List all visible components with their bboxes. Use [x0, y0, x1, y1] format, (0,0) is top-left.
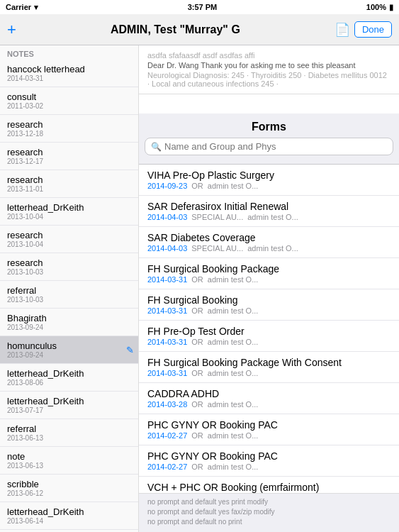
forms-header: Forms 🔍: [139, 113, 399, 165]
form-name: SAR Diabetes Coverage: [147, 232, 390, 243]
note-preview-line1: asdfa sfafaasdf asdf asdfas affi: [147, 51, 390, 60]
sidebar-item-title: letterhead_DrKeith: [7, 396, 131, 406]
sidebar-item-date: 2013-06-13: [7, 462, 131, 470]
form-tag: SPECIAL AU...: [191, 213, 243, 221]
sidebar-item-title: referral: [7, 423, 131, 434]
sidebar-item[interactable]: research 2013-12-17: [0, 143, 138, 170]
wifi-icon: ▾: [34, 3, 38, 12]
form-list-item[interactable]: SAR Diabetes Coverage 2014-04-03 SPECIAL…: [139, 227, 399, 258]
sidebar-item-date: 2013-09-24: [7, 351, 131, 359]
sidebar-item-title: hancock letterhead: [7, 64, 131, 74]
form-date: 2014-09-23: [147, 182, 187, 190]
note-preview-line2: Dear Dr. Wang Thank you for asking me to…: [147, 61, 390, 70]
form-date: 2014-03-31: [147, 338, 187, 346]
form-meta: 2014-03-31 OR admin test O...: [147, 338, 390, 346]
sidebar-item[interactable]: letterhead_DrKeith 2013-06-14: [0, 502, 138, 530]
sidebar-item-title: letterhead_DrKeith: [7, 368, 131, 379]
form-list-item[interactable]: PHC GYNY OR Booking PAC 2014-02-27 OR ad…: [139, 445, 399, 477]
sidebar-item-date: 2013-10-04: [7, 213, 131, 221]
sidebar-item-date: 2013-08-06: [7, 379, 131, 387]
form-admin: admin test O...: [208, 338, 259, 346]
form-tag: SPECIAL AU...: [191, 244, 243, 253]
form-meta: 2014-03-28 OR admin test O...: [147, 400, 390, 409]
carrier-label: Carrier: [6, 3, 31, 11]
sidebar-item[interactable]: scribble 2013-06-12: [0, 475, 138, 502]
sidebar-item-title: letterhead_DrKeith: [7, 506, 131, 517]
form-name: SAR Deferasirox Initial Renewal: [147, 201, 390, 212]
sidebar-item[interactable]: note 2013-06-13: [0, 447, 138, 475]
sidebar-item[interactable]: Bhagirath 2013-09-24: [0, 309, 138, 336]
form-date: 2014-04-03: [147, 244, 187, 253]
sidebar-item-date: 2013-10-04: [7, 240, 131, 248]
sidebar-item[interactable]: research 2013-12-18: [0, 115, 138, 143]
sidebar-item[interactable]: research 2013-10-03: [0, 253, 138, 281]
form-date: 2014-02-27: [147, 431, 187, 440]
sidebar-item[interactable]: research 2013-10-04: [0, 226, 138, 253]
bottom-info-line3: no prompt and default no print: [147, 518, 390, 526]
sidebar-item-title: homunculus: [7, 340, 131, 351]
sidebar-item[interactable]: letterhead_DrKeith 2013-07-17: [0, 392, 138, 419]
sidebar-item-title: consult: [7, 92, 131, 102]
form-list-item[interactable]: SAR Deferasirox Initial Renewal 2014-04-…: [139, 196, 399, 227]
search-bar-container: 🔍: [139, 138, 399, 160]
bottom-info-line2: no prompt and default yes fax/zip modify: [147, 508, 390, 516]
sidebar-item[interactable]: referral 2013-06-13: [0, 419, 138, 447]
form-list-item[interactable]: VCH + PHC OR Booking (emrfairmont) 2014-…: [139, 477, 399, 493]
form-date: 2014-03-31: [147, 369, 187, 377]
nav-bar: + ADMIN, Test "Murray" G 📄 Done: [0, 14, 399, 45]
sidebar-item[interactable]: letterhead_DrKeith 2013-10-04: [0, 198, 138, 226]
form-list-item[interactable]: CADDRA ADHD 2014-03-28 OR admin test O..…: [139, 383, 399, 414]
form-tag: OR: [191, 369, 203, 377]
sidebar-item-date: 2013-12-18: [7, 130, 131, 138]
form-admin: admin test O...: [247, 244, 298, 253]
bottom-info-line1: no prompt and default yes print modify: [147, 498, 390, 506]
done-button[interactable]: Done: [354, 21, 392, 38]
form-name: FH Surgical Booking: [147, 294, 390, 306]
form-tag: OR: [191, 462, 203, 471]
form-name: VCH + PHC OR Booking (emrfairmont): [147, 482, 390, 493]
sidebar-item-title: research: [7, 230, 131, 240]
bottom-info: no prompt and default yes print modify n…: [139, 493, 399, 532]
form-name: CADDRA ADHD: [147, 388, 390, 399]
page-title: ADMIN, Test "Murray" G: [111, 23, 240, 36]
form-list-item[interactable]: FH Pre-Op Test Order 2014-03-31 OR admin…: [139, 321, 399, 352]
sidebar-item-date: 2013-10-03: [7, 296, 131, 304]
sidebar-item-date: 2013-06-12: [7, 489, 131, 497]
form-list-item[interactable]: FH Surgical Booking 2014-03-31 OR admin …: [139, 289, 399, 321]
form-name: FH Surgical Booking Package: [147, 263, 390, 275]
note-preview-line3: Neurological Diagnosis: 245 · Thyroiditi…: [147, 71, 390, 88]
form-admin: admin test O...: [208, 462, 259, 471]
search-input[interactable]: [164, 141, 387, 152]
sidebar-item-title: Bhagirath: [7, 313, 131, 323]
form-admin: admin test O...: [247, 213, 298, 221]
sidebar-item-title: research: [7, 147, 131, 157]
edit-icon: ✎: [126, 345, 134, 355]
add-button[interactable]: +: [7, 22, 16, 38]
sidebar-item[interactable]: referral 2013-10-03: [0, 281, 138, 309]
form-admin: admin test O...: [208, 431, 259, 440]
sidebar-item[interactable]: hancock letterhead 2014-03-31: [0, 60, 138, 87]
form-meta: 2014-04-03 SPECIAL AU... admin test O...: [147, 213, 390, 221]
sidebar-item-title: research: [7, 174, 131, 185]
form-list-item[interactable]: PHC GYNY OR Booking PAC 2014-02-27 OR ad…: [139, 414, 399, 445]
form-tag: OR: [191, 338, 203, 346]
forms-modal: Forms 🔍 VIHA Pre-Op Plastic Surgery 2014…: [139, 113, 399, 532]
nav-right-buttons: 📄 Done: [335, 21, 392, 38]
sidebar-item[interactable]: letterhead_DrKeith 2013-08-06: [0, 364, 138, 392]
status-bar: Carrier ▾ 3:57 PM 100% ▮: [0, 0, 399, 14]
form-list-item[interactable]: FH Surgical Booking Package 2014-03-31 O…: [139, 258, 399, 289]
form-admin: admin test O...: [208, 275, 259, 284]
form-meta: 2014-03-31 OR admin test O...: [147, 275, 390, 284]
sidebar-item[interactable]: research 2013-11-01: [0, 170, 138, 198]
sidebar-item-date: 2013-06-14: [7, 517, 131, 525]
form-list-item[interactable]: VIHA Pre-Op Plastic Surgery 2014-09-23 O…: [139, 165, 399, 196]
form-meta: 2014-04-03 SPECIAL AU... admin test O...: [147, 244, 390, 253]
sidebar: Notes hancock letterhead 2014-03-31 cons…: [0, 45, 139, 532]
form-name: VIHA Pre-Op Plastic Surgery: [147, 170, 390, 181]
form-list-item[interactable]: FH Surgical Booking Package With Consent…: [139, 352, 399, 383]
sidebar-item[interactable]: consult 2011-03-02: [0, 87, 138, 115]
form-name: FH Pre-Op Test Order: [147, 326, 390, 337]
battery-icon: ▮: [389, 3, 393, 12]
sidebar-item[interactable]: homunculus 2013-09-24 ✎: [0, 336, 138, 364]
form-date: 2014-04-03: [147, 213, 187, 221]
